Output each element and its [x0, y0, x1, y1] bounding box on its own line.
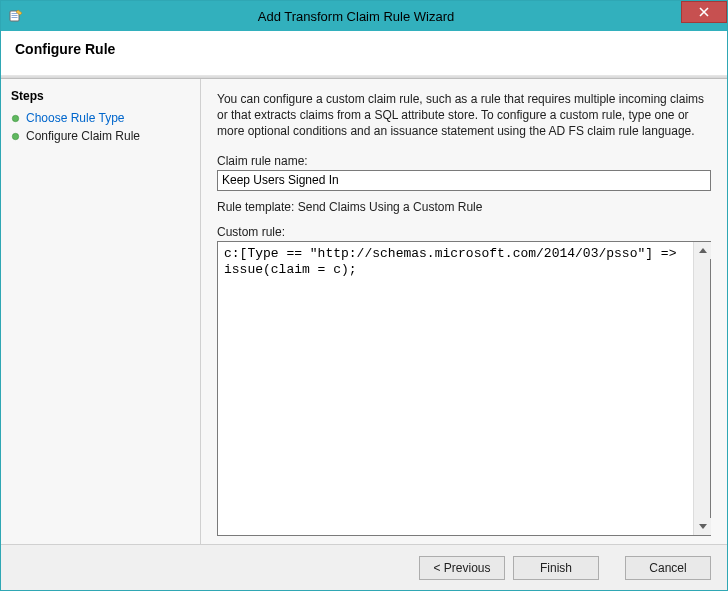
scroll-down-icon[interactable] — [694, 518, 711, 535]
step-link[interactable]: Choose Rule Type — [26, 111, 125, 125]
custom-rule-field — [217, 241, 711, 536]
rule-template-text: Rule template: Send Claims Using a Custo… — [217, 200, 711, 214]
claim-rule-name-label: Claim rule name: — [217, 154, 711, 168]
custom-rule-textarea[interactable] — [218, 242, 693, 535]
cancel-button[interactable]: Cancel — [625, 556, 711, 580]
previous-button[interactable]: < Previous — [419, 556, 505, 580]
svg-rect-3 — [12, 17, 18, 18]
steps-heading: Steps — [11, 89, 190, 103]
body: Steps Choose Rule Type Configure Claim R… — [1, 79, 727, 544]
bullet-icon — [11, 114, 20, 123]
bullet-icon — [11, 132, 20, 141]
svg-point-4 — [12, 115, 18, 121]
footer: < Previous Finish Cancel — [1, 544, 727, 590]
page-title: Configure Rule — [15, 41, 713, 57]
description-text: You can configure a custom claim rule, s… — [217, 91, 711, 140]
custom-rule-label: Custom rule: — [217, 225, 711, 239]
svg-rect-1 — [12, 13, 18, 14]
svg-point-5 — [12, 133, 18, 139]
steps-sidebar: Steps Choose Rule Type Configure Claim R… — [1, 79, 201, 544]
window-title: Add Transform Claim Rule Wizard — [31, 9, 681, 24]
step-label-current: Configure Claim Rule — [26, 129, 140, 143]
titlebar: Add Transform Claim Rule Wizard — [1, 1, 727, 31]
close-button[interactable] — [681, 1, 727, 23]
finish-button[interactable]: Finish — [513, 556, 599, 580]
claim-rule-name-input[interactable] — [217, 170, 711, 191]
svg-rect-2 — [12, 15, 18, 16]
step-choose-rule-type[interactable]: Choose Rule Type — [11, 109, 190, 127]
main-panel: You can configure a custom claim rule, s… — [201, 79, 727, 544]
textarea-scrollbar[interactable] — [693, 242, 710, 535]
wizard-window: Add Transform Claim Rule Wizard Configur… — [0, 0, 728, 591]
app-icon — [1, 1, 31, 31]
scroll-up-icon[interactable] — [694, 242, 711, 259]
page-header: Configure Rule — [1, 31, 727, 75]
step-configure-claim-rule: Configure Claim Rule — [11, 127, 190, 145]
